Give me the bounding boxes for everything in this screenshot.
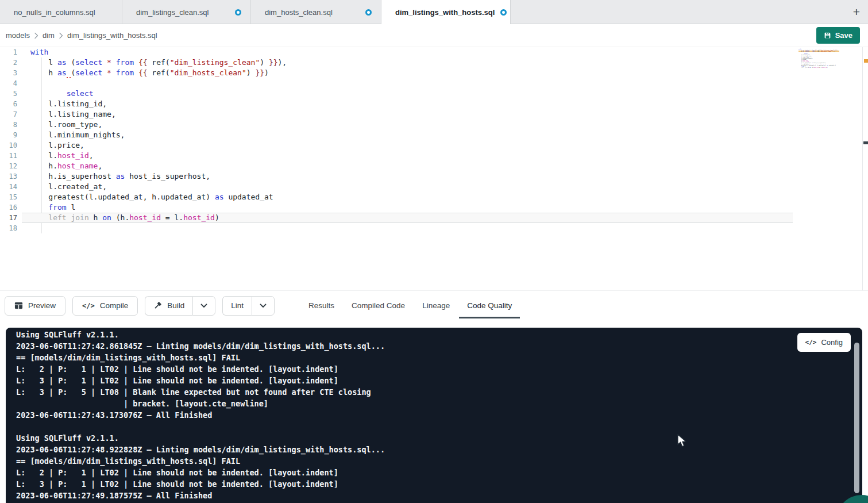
- new-tab-button[interactable]: +: [848, 4, 865, 20]
- code-line[interactable]: greatest(l.updated_at, h.updated_at) as …: [22, 192, 793, 202]
- code-token: [102, 58, 107, 67]
- line-number: 17: [0, 213, 17, 223]
- code-token: ): [827, 67, 827, 68]
- code-line[interactable]: h.host_name,: [22, 161, 793, 171]
- breadcrumb-item[interactable]: dim_listings_with_hosts.sql: [67, 31, 157, 40]
- code-token: [134, 68, 138, 77]
- code-line[interactable]: l.price,: [22, 140, 793, 151]
- compile-button[interactable]: </> Compile: [72, 296, 138, 316]
- build-label: Build: [167, 301, 184, 310]
- lint-button[interactable]: Lint: [222, 296, 252, 316]
- hammer-icon: [153, 301, 162, 310]
- save-label: Save: [835, 31, 852, 40]
- code-token: *: [107, 68, 111, 77]
- code-token: "dim_hosts_clean": [170, 68, 246, 77]
- code-line[interactable]: left join h on (h.host_id = l.host_id): [22, 213, 793, 223]
- code-token: l: [67, 203, 76, 212]
- code-line[interactable]: from l: [22, 202, 793, 213]
- console-scrollbar-thumb[interactable]: [854, 343, 859, 493]
- code-token: [30, 89, 67, 98]
- result-tab-label: Code Quality: [467, 301, 512, 310]
- build-button[interactable]: Build: [145, 296, 192, 316]
- code-line[interactable]: [22, 78, 793, 89]
- code-token: host_id: [814, 67, 819, 68]
- code-line[interactable]: l.listing_id,: [22, 99, 793, 109]
- minimap[interactable]: with l as (select * from {{ ref("dim_lis…: [798, 48, 839, 69]
- code-line[interactable]: l.listing_name,: [22, 109, 793, 120]
- code-token: from: [48, 203, 66, 212]
- action-toolbar: Preview </> Compile Build: [0, 290, 868, 320]
- terminal-line: L: 2 | P: 1 | LT02 | Line should not be …: [16, 363, 862, 375]
- chevron-down-icon: [200, 304, 207, 308]
- table-grid-icon: [14, 301, 23, 310]
- terminal-line: 2023-06-06T11:27:43.173076Z — All Finish…: [16, 409, 862, 421]
- code-token: l.listing_id,: [30, 99, 107, 108]
- tab-code-quality[interactable]: Code Quality: [458, 291, 520, 321]
- code-token: ): [835, 51, 835, 52]
- code-line[interactable]: h.is_superhost as host_is_superhost,: [22, 171, 793, 182]
- terminal-line: L: 2 | P: 1 | LT02 | Line should not be …: [16, 467, 862, 478]
- code-token: left: [48, 213, 66, 222]
- breadcrumb-item[interactable]: dim: [43, 31, 55, 40]
- code-token: host_id: [57, 151, 89, 160]
- code-line[interactable]: l.host_id,: [22, 151, 793, 161]
- tab-lineage[interactable]: Lineage: [414, 291, 458, 321]
- code-token: *: [107, 58, 111, 67]
- preview-button[interactable]: Preview: [5, 296, 65, 316]
- editor-tab[interactable]: dim_listings_clean.sql: [122, 0, 251, 24]
- chevron-down-icon: [260, 304, 267, 308]
- preview-label: Preview: [28, 301, 56, 310]
- code-token: host_is_superhost,: [125, 172, 210, 181]
- config-button[interactable]: </> Config: [797, 333, 851, 352]
- code-line[interactable]: l.minimum_nights,: [22, 130, 793, 140]
- code-token: ): [246, 68, 256, 77]
- line-number: 5: [0, 89, 17, 99]
- code-token: ,: [98, 162, 102, 170]
- code-token: updated_at: [224, 193, 273, 201]
- code-line[interactable]: l as (select * from {{ ref("dim_listings…: [22, 57, 793, 68]
- code-token: "dim_listings_clean": [170, 58, 260, 67]
- compile-label: Compile: [100, 301, 129, 310]
- code-line[interactable]: [22, 223, 793, 233]
- code-editor[interactable]: 123456789101112131415161718 with l as (s…: [0, 47, 868, 290]
- tab-compiled-code[interactable]: Compiled Code: [343, 291, 414, 321]
- build-dropdown-button[interactable]: [192, 296, 215, 316]
- terminal-line: == [models/dim/dim_listings_with_hosts.s…: [16, 455, 862, 467]
- code-line[interactable]: l.created_at,: [22, 182, 793, 192]
- code-token: {{: [138, 58, 148, 67]
- terminal-line: [16, 421, 862, 432]
- code-line[interactable]: with: [22, 47, 793, 57]
- result-tab-label: Compiled Code: [352, 301, 405, 310]
- code-token: ): [215, 213, 219, 222]
- code-line[interactable]: h as (select * from {{ ref("dim_hosts_cl…: [22, 68, 793, 78]
- code-token: l.minimum_nights,: [30, 130, 125, 139]
- code-token: from: [116, 58, 134, 67]
- line-number: 11: [0, 151, 17, 161]
- editor-tab[interactable]: no_nulls_in_columns.sql: [0, 0, 122, 24]
- code-token: [111, 68, 116, 77]
- editor-tab[interactable]: dim_hosts_clean.sql: [251, 0, 381, 24]
- editor-scroll-track: [862, 47, 863, 290]
- editor-tab[interactable]: dim_listings_with_hosts.sql: [381, 0, 511, 24]
- save-button[interactable]: Save: [816, 27, 860, 44]
- code-area[interactable]: with l as (select * from {{ ref("dim_lis…: [22, 47, 793, 233]
- code-token: l: [30, 58, 57, 67]
- breadcrumb-item[interactable]: models: [6, 31, 30, 40]
- terminal-line: 2023-06-06T11:27:48.922828Z — Linting mo…: [16, 444, 862, 455]
- line-number: 2: [0, 57, 17, 68]
- code-line[interactable]: select: [22, 89, 793, 99]
- lint-dropdown-button[interactable]: [252, 296, 275, 316]
- lint-label: Lint: [231, 301, 244, 310]
- code-token: ),: [836, 49, 838, 51]
- line-number: 10: [0, 140, 17, 151]
- code-token: h: [89, 213, 102, 222]
- lint-output-console: Using SQLFluff v2.1.1.2023-06-06T11:27:4…: [6, 328, 862, 503]
- code-line[interactable]: l.room_type,: [22, 120, 793, 130]
- line-number: 16: [0, 202, 17, 213]
- code-token: as: [57, 58, 67, 67]
- code-token: (h.: [111, 213, 129, 222]
- code-token: ),: [278, 58, 287, 67]
- overview-scroll-marker: [863, 141, 868, 144]
- tab-results[interactable]: Results: [300, 291, 343, 321]
- dbt-cloud-ide-window: no_nulls_in_columns.sqldim_listings_clea…: [0, 0, 868, 503]
